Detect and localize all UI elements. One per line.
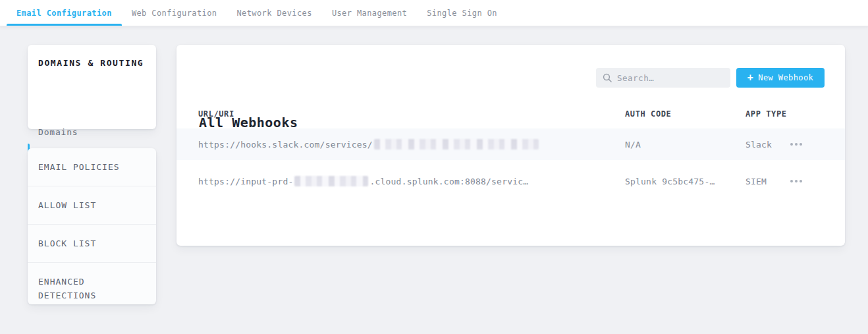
column-header-url: URL/URI (198, 109, 234, 119)
sidebar-sections-card: EMAIL POLICIES ALLOW LIST BLOCK LIST ENH… (28, 148, 156, 304)
redacted-blur (294, 176, 368, 186)
redacted-blur (374, 139, 539, 150)
table-row: https://hooks.slack.com/services/ N/A Sl… (176, 128, 845, 160)
webhook-search (596, 68, 730, 88)
tab-network-devices[interactable]: Network Devices (227, 0, 322, 26)
sidebar-item-email-policies[interactable]: EMAIL POLICIES (28, 148, 156, 186)
table-row: https://input-prd- .cloud.splunk.com:808… (176, 160, 845, 202)
search-icon (603, 73, 612, 82)
new-webhook-button[interactable]: + New Webhook (736, 68, 825, 88)
url-text: https://hooks.slack.com/services/ (198, 140, 373, 150)
webhooks-panel: All Webhooks + New Webhook URL/URI AUTH … (176, 45, 845, 246)
row-menu-button[interactable] (790, 128, 817, 160)
app-type-value: Slack (746, 128, 792, 160)
sidebar-domains-routing-card: DOMAINS & ROUTING Domains Alert Webhooks (28, 45, 156, 129)
ellipsis-icon (790, 143, 802, 146)
webhook-url: https://hooks.slack.com/services/ (198, 128, 613, 160)
tab-user-management[interactable]: User Management (322, 0, 417, 26)
table-header-row: URL/URI AUTH CODE APP TYPE (176, 109, 845, 128)
sidebar-item-enhanced-detections[interactable]: ENHANCED DETECTIONS (28, 262, 156, 314)
column-header-auth-code: AUTH CODE (625, 109, 671, 119)
auth-code-value: N/A (625, 128, 737, 160)
sidebar-item-domains[interactable]: Domains (38, 127, 78, 137)
column-header-app-type: APP TYPE (746, 109, 787, 119)
tab-email-configuration[interactable]: Email Configuration (7, 0, 122, 26)
app-type-value: SIEM (746, 160, 792, 202)
url-text: https://input-prd- (198, 177, 293, 186)
search-input[interactable] (617, 73, 724, 83)
plus-icon: + (747, 73, 753, 83)
app-window: Email Configuration Web Configuration Ne… (0, 0, 868, 334)
sidebar-item-allow-list[interactable]: ALLOW LIST (28, 186, 156, 224)
row-menu-button[interactable] (790, 160, 817, 202)
top-navigation: Email Configuration Web Configuration Ne… (0, 0, 868, 26)
tab-single-sign-on[interactable]: Single Sign On (417, 0, 507, 26)
sidebar-item-block-list[interactable]: BLOCK LIST (28, 224, 156, 262)
webhook-url: https://input-prd- .cloud.splunk.com:808… (198, 160, 613, 202)
new-webhook-label: New Webhook (758, 73, 813, 82)
tab-web-configuration[interactable]: Web Configuration (122, 0, 227, 26)
url-text-suffix: .cloud.splunk.com:8088/servic… (369, 177, 528, 186)
ellipsis-icon (790, 180, 802, 182)
sidebar-section-header: DOMAINS & ROUTING (38, 58, 144, 68)
auth-code-value: Splunk 9c5bc475-… (625, 160, 737, 202)
